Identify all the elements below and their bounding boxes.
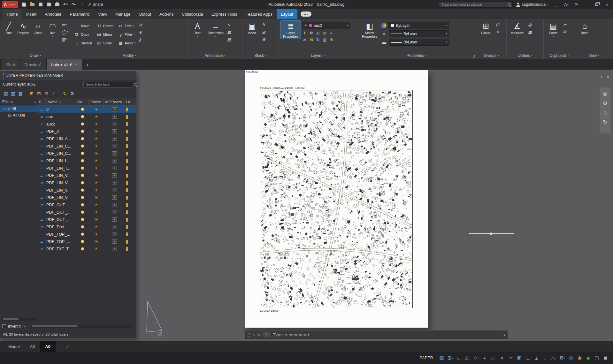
command-input[interactable] [272, 332, 502, 337]
annotation-monitor-icon[interactable]: ◎ [567, 354, 575, 362]
erase-button[interactable]: ⊘ [138, 21, 143, 28]
layer-lock-icon[interactable] [126, 188, 128, 192]
isolate-objects-icon[interactable]: ◉ [575, 354, 584, 362]
column-on[interactable]: On [76, 98, 88, 105]
panel-label-utilities[interactable]: Utilities [507, 52, 543, 59]
layer-tool-icon[interactable]: ☀ [302, 30, 307, 36]
layer-tool-icon[interactable]: ▥ [322, 37, 327, 42]
layer-vp-freeze-icon[interactable]: ☀ [112, 159, 117, 163]
collapse-filters-icon[interactable]: « [34, 100, 36, 104]
new-group-filter-icon[interactable]: ▥ [10, 91, 16, 96]
layer-vp-freeze-icon[interactable]: ☀ [112, 239, 117, 244]
viewport-restore-icon[interactable] [598, 75, 603, 79]
layer-row[interactable]: ▱PDF_LIN_T...☀☀ [38, 164, 136, 172]
layer-lock-icon[interactable] [126, 122, 128, 126]
layout-tab-a0[interactable]: A0 [40, 341, 56, 352]
layer-tool-icon[interactable]: ✓ [329, 30, 334, 36]
text-style-button[interactable]: ▤ [226, 36, 232, 42]
layer-row[interactable]: ▱0☀☀ [38, 106, 136, 113]
layer-properties-button[interactable]: ≣ Layer Properties [281, 21, 301, 39]
layer-lock-icon[interactable] [126, 159, 128, 163]
circle-button[interactable]: ○ Circle [31, 21, 45, 38]
layer-tool-icon[interactable]: ❄ [309, 30, 314, 36]
save-button[interactable] [37, 1, 44, 8]
layer-lock-icon[interactable] [126, 130, 128, 133]
layer-vp-freeze-icon[interactable]: ☀ [112, 195, 117, 200]
layer-freeze-icon[interactable]: ☀ [94, 217, 98, 222]
panel-label-groups[interactable]: Groups [476, 52, 506, 59]
new-file-button[interactable] [20, 1, 28, 8]
plot-button[interactable] [53, 1, 61, 8]
layer-tool-icon[interactable]: ⊞ [329, 37, 334, 42]
file-tab-bairro-alto[interactable]: bairro_alto* [47, 59, 82, 70]
layout-tab-a3[interactable]: A3 [25, 341, 40, 352]
layer-vp-freeze-icon[interactable]: ☀ [112, 203, 117, 207]
filter-tree-all[interactable]: ⊟ ≣ All [0, 106, 38, 112]
layer-freeze-icon[interactable]: ☀ [94, 137, 98, 141]
layer-vp-freeze-icon[interactable]: ☀ [112, 122, 117, 126]
ribbon-tab-parametric[interactable]: Parametric [65, 9, 94, 19]
panel-label-annotation[interactable]: Annotation [188, 52, 242, 59]
arc-button[interactable]: ◠ Arc [46, 21, 59, 38]
layer-on-icon[interactable] [81, 225, 84, 229]
layer-freeze-icon[interactable]: ☀ [94, 232, 98, 236]
layer-row[interactable]: ▱PDF_0☀☀ [38, 128, 136, 135]
polyline-button[interactable]: ∿ Polyline [17, 21, 30, 35]
new-drawing-tab-button[interactable] [84, 61, 91, 68]
user-account-button[interactable]: tiagofilipesilva [515, 2, 550, 7]
maximize-button[interactable] [593, 1, 601, 8]
layer-on-icon[interactable] [81, 240, 84, 243]
layer-on-icon[interactable] [81, 115, 84, 118]
rectangle-tool-button[interactable]: ▭ [60, 21, 69, 28]
palette-titlebar[interactable]: LAYER PROPERTIES MANAGER [0, 71, 136, 80]
layer-vp-freeze-icon[interactable]: ☀ [112, 247, 117, 251]
save-as-button[interactable] [45, 1, 53, 8]
help-search-field[interactable] [439, 1, 513, 8]
layer-lock-icon[interactable] [126, 247, 128, 251]
close-tab-icon[interactable] [75, 62, 77, 67]
layer-vp-freeze-icon[interactable]: ☀ [112, 129, 117, 133]
autodesk-app-button[interactable]: A [562, 1, 570, 8]
polar-tracking-icon[interactable]: ∠ [463, 354, 472, 362]
navigation-wheel-icon[interactable]: ◎ [601, 89, 609, 98]
object-color-dropdown[interactable]: ByLayer [388, 22, 449, 29]
graphics-performance-icon[interactable]: ◈ [584, 354, 593, 362]
paste-button[interactable]: ▤ Paste [546, 21, 561, 38]
layer-lock-icon[interactable] [126, 181, 128, 185]
clean-screen-icon[interactable]: ▢ [593, 354, 601, 362]
layer-lock-icon[interactable] [126, 108, 128, 111]
ribbon-tab-home[interactable]: Home [3, 9, 22, 19]
explode-button[interactable]: ⊗ [138, 29, 143, 35]
quick-calc-button[interactable]: ▦ [527, 29, 533, 35]
layout-tab-model[interactable]: Model [3, 341, 25, 352]
isometric-drafting-icon[interactable]: ◇ [472, 354, 480, 362]
delete-layer-icon[interactable]: ⊠ [43, 91, 49, 96]
ribbon-display-toggle[interactable] [301, 11, 311, 17]
column-freeze[interactable]: Freeze [88, 98, 104, 105]
copy-button[interactable]: ⧉Copy [73, 31, 93, 38]
layer-on-icon[interactable] [81, 174, 84, 177]
layer-row[interactable]: ✓aux2☀☀ [38, 120, 136, 128]
insert-block-button[interactable]: ▣ Insert [244, 21, 260, 38]
layer-row[interactable]: ▱aux☀☀ [38, 113, 136, 120]
refresh-icon[interactable]: ↻ [62, 91, 68, 96]
scale-button[interactable]: ◱Scale [96, 39, 114, 47]
layer-row[interactable]: ▱PDF_LIN_V...☀☀ [38, 194, 136, 201]
close-button[interactable]: × [603, 1, 611, 8]
layer-lock-icon[interactable] [126, 166, 128, 170]
stretch-button[interactable]: ↔Stretch [73, 39, 93, 47]
layer-lock-icon[interactable] [126, 137, 128, 141]
palette-grip-icon[interactable] [3, 73, 4, 78]
layer-on-icon[interactable] [81, 210, 84, 214]
offset-button[interactable]: ∥ [138, 36, 143, 42]
new-property-filter-icon[interactable]: ▤ [3, 91, 9, 96]
layout-list-icon[interactable] [65, 344, 70, 349]
transparency-icon[interactable]: ▱ [506, 354, 515, 362]
layer-lock-icon[interactable] [126, 218, 128, 222]
column-name[interactable]: Name [46, 98, 76, 105]
lineweight-icon[interactable]: ≡ [498, 354, 506, 362]
app-menu-button[interactable]: A CAD [2, 1, 18, 8]
layer-freeze-icon[interactable]: ☀ [94, 151, 98, 155]
layer-vp-freeze-icon[interactable]: ☀ [112, 225, 117, 229]
redo-button[interactable]: ↷ [70, 1, 78, 8]
